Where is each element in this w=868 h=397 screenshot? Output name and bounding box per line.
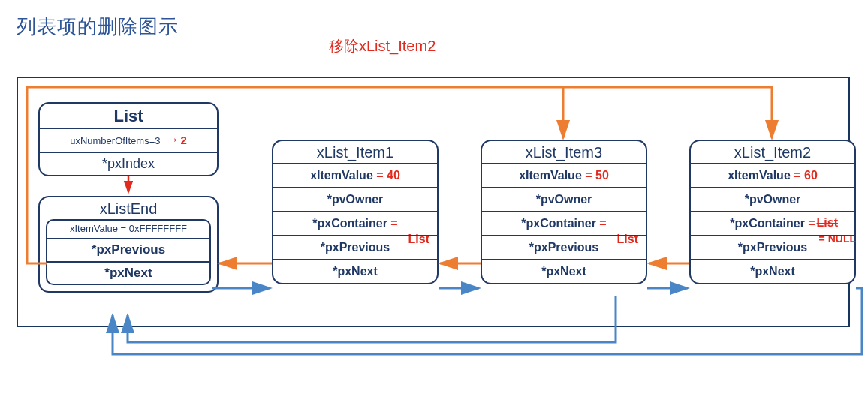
item2-header: xList_Item2 xyxy=(691,141,854,163)
item1-pxnext: *pxNext xyxy=(273,259,437,283)
item3-xitemvalue: xItemValue = 50 xyxy=(482,163,646,187)
item3-pxcontainer: *pxContainer = List xyxy=(482,211,646,235)
diagram-subtitle: 移除xList_Item2 xyxy=(329,36,436,56)
item-block-1: xList_Item1 xItemValue = 40 *pvOwner *px… xyxy=(272,140,439,284)
list-block: List uxNumberOfItems=3 →2 *pxIndex xList… xyxy=(38,102,219,293)
listend-pxnext: *pxNext xyxy=(47,261,209,284)
pxindex-field: *pxIndex xyxy=(40,152,217,176)
item1-xitemvalue: xItemValue = 40 xyxy=(273,163,437,187)
item2-pxprevious: *pxPrevious xyxy=(691,235,854,259)
item3-pvowner: *pvOwner xyxy=(482,187,646,211)
listend-xitemvalue: xItemValue = 0xFFFFFFFF xyxy=(47,221,209,238)
arrow-right-icon: → xyxy=(164,132,180,147)
item-block-2: xList_Item2 xItemValue = 60 *pvOwner *px… xyxy=(689,140,856,284)
item1-pxcontainer: *pxContainer = List xyxy=(273,211,437,235)
item2-pxnext: *pxNext xyxy=(691,259,854,283)
diagram-title: 列表项的删除图示 xyxy=(17,14,179,40)
item1-pvowner: *pvOwner xyxy=(273,187,437,211)
ux-number-label: uxNumberOfItems=3 xyxy=(70,135,160,146)
item1-pxprevious: *pxPrevious xyxy=(273,235,437,259)
item1-header: xList_Item1 xyxy=(273,141,437,163)
item3-header: xList_Item3 xyxy=(482,141,646,163)
list-header: List xyxy=(40,104,217,128)
item2-pvowner: *pvOwner xyxy=(691,187,854,211)
listend-pxprevious: *pxPrevious xyxy=(47,238,209,260)
item3-pxprevious: *pxPrevious xyxy=(482,235,646,259)
item2-xitemvalue: xItemValue = 60 xyxy=(691,163,854,187)
listend-header: xListEnd xyxy=(40,197,217,219)
item2-pxcontainer: *pxContainer = List = NULL xyxy=(691,211,854,235)
item3-pxnext: *pxNext xyxy=(482,259,646,283)
ux-number-new: 2 xyxy=(180,134,186,146)
item-block-3: xList_Item3 xItemValue = 50 *pvOwner *px… xyxy=(481,140,647,284)
